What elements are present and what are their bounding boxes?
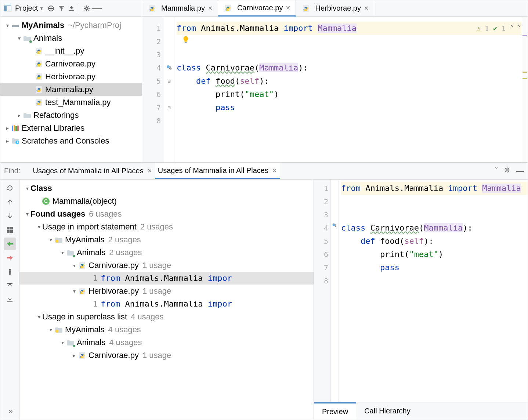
results-usage-line[interactable]: 1 from Animals.Mammalia impor (19, 272, 314, 285)
close-icon[interactable]: ✕ (147, 167, 152, 174)
results-dir[interactable]: ▾ Animals 4 usages (19, 336, 314, 349)
settings-icon[interactable] (503, 166, 511, 176)
chevron-down-icon[interactable]: ▾ (36, 314, 42, 320)
chevron-up-icon[interactable]: ˄ (510, 22, 513, 35)
chevron-right-icon[interactable]: ▸ (4, 138, 11, 144)
preview-gutter-icons (331, 180, 339, 402)
fold-icon[interactable]: ⊟ (164, 75, 174, 88)
chevron-right-icon[interactable]: ▸ (16, 112, 22, 118)
tab-herbivorae[interactable]: Herbivorae.py ✕ (296, 0, 374, 16)
svg-rect-26 (7, 227, 10, 229)
intention-bulb-icon[interactable] (182, 36, 190, 44)
tree-dir-refactorings[interactable]: ▸ Refactorings (0, 109, 142, 122)
editor-tabs: Mammalia.py ✕ Carnivorae.py ✕ Herbivorae… (142, 0, 528, 17)
fold-icon[interactable]: ⊟ (164, 101, 174, 114)
close-icon[interactable]: ✕ (364, 5, 369, 12)
chevron-down-icon[interactable]: ▾ (4, 22, 11, 28)
chevron-right-icon[interactable]: ▸ (71, 352, 77, 358)
results-project[interactable]: ▾ MyAnimals 2 usages (19, 233, 314, 246)
results-category-import[interactable]: ▾ Usage in import statement 2 usages (19, 220, 314, 233)
python-file-icon (148, 4, 156, 12)
hide-icon[interactable]: — (93, 4, 101, 13)
tab-mammalia[interactable]: Mammalia.py ✕ (142, 0, 218, 16)
find-label: Find: (4, 167, 20, 175)
tree-file-carnivorae[interactable]: Carnivorae.py (0, 57, 142, 70)
project-tree[interactable]: ▾ ▬ MyAnimals ~/PycharmProj ▾ Animals __… (0, 17, 142, 162)
close-icon[interactable]: ✕ (272, 167, 277, 174)
svg-point-9 (86, 7, 88, 10)
import-icon[interactable] (4, 251, 16, 264)
override-marker-icon[interactable] (331, 219, 339, 232)
inspections-widget[interactable]: ⚠1 ✔1 ˄ ˅ (477, 22, 521, 35)
tree-scratches[interactable]: ▸ Scratches and Consoles (0, 134, 142, 147)
close-icon[interactable]: ✕ (208, 5, 213, 12)
rerun-icon[interactable] (4, 182, 16, 194)
more-icon[interactable]: » (4, 405, 17, 417)
project-view-icon (3, 4, 12, 13)
project-view-selector[interactable]: Project ▼ (14, 4, 45, 12)
tree-dir-animals[interactable]: ▾ Animals (0, 32, 142, 44)
hide-icon[interactable]: — (516, 166, 524, 176)
results-usage-line[interactable]: 1 from Animals.Mammalia impor (19, 297, 314, 310)
tree-root[interactable]: ▾ ▬ MyAnimals ~/PycharmProj (0, 19, 142, 32)
close-icon[interactable]: ✕ (286, 4, 290, 11)
collapse-all-icon[interactable] (4, 293, 16, 306)
chevron-down-icon[interactable]: ▾ (24, 211, 30, 217)
find-tab-1[interactable]: Usages of Mammalia in All Places ✕ (30, 163, 155, 179)
select-opened-file-icon[interactable] (47, 4, 55, 13)
results-project[interactable]: ▾ MyAnimals 4 usages (19, 323, 314, 336)
preview-code[interactable]: from Animals.Mammalia import Mammalia cl… (339, 180, 528, 402)
tree-file-herbivorae[interactable]: Herbivorae.py (0, 70, 142, 83)
scratches-label: Scratches and Consoles (22, 136, 109, 146)
tree-external-libraries[interactable]: ▸ External Libraries (0, 122, 142, 134)
project-title: Project (15, 4, 38, 12)
chevron-down-icon[interactable]: ▾ (16, 35, 22, 41)
preview-tab-hierarchy[interactable]: Call Hierarchy (356, 402, 419, 420)
prev-icon[interactable] (4, 196, 16, 208)
results-class-header[interactable]: ▾ Class (19, 182, 314, 195)
chevron-right-icon[interactable]: ▸ (4, 125, 11, 131)
chevron-down-icon[interactable]: ▾ (71, 262, 77, 268)
results-file-carn[interactable]: ▾ Carnivorae.py 1 usage (19, 259, 314, 272)
svg-point-25 (506, 169, 508, 171)
results-file-herb[interactable]: ▾ Herbivorae.py 1 usage (19, 285, 314, 297)
python-file-icon (35, 60, 43, 68)
expand-all-icon[interactable] (4, 279, 16, 292)
chevron-down-icon[interactable]: ▾ (59, 340, 66, 345)
project-location: ~/PycharmProj (68, 21, 121, 30)
preview-editor[interactable]: 12345678 from Animals.Mammalia import Ma… (314, 180, 528, 402)
chevron-down-icon[interactable]: ˅ (495, 166, 498, 176)
results-found-header[interactable]: ▾ Found usages 6 usages (19, 207, 314, 220)
next-icon[interactable] (4, 210, 16, 222)
results-class-item[interactable]: C Mammalia(object) (19, 195, 314, 207)
group-by-icon[interactable] (4, 224, 16, 236)
find-results-tree[interactable]: ▾ Class C Mammalia(object) ▾ Found usage… (19, 180, 314, 420)
chevron-down-icon[interactable]: ▾ (47, 237, 54, 243)
results-dir[interactable]: ▾ Animals 2 usages (19, 246, 314, 259)
chevron-down-icon[interactable]: ▾ (59, 250, 66, 256)
chevron-down-icon[interactable]: ˅ (518, 22, 521, 35)
find-tab-2[interactable]: Usages of Mammalia in All Places ✕ (155, 163, 280, 179)
preview-tab-preview[interactable]: Preview (314, 402, 356, 420)
results-category-superclass[interactable]: ▾ Usage in superclass list 4 usages (19, 310, 314, 323)
export-icon[interactable] (4, 238, 16, 250)
collapse-all-icon[interactable] (67, 4, 76, 13)
tree-file-init[interactable]: __init__.py (0, 44, 142, 57)
svg-rect-16 (14, 125, 15, 131)
chevron-down-icon[interactable]: ▾ (47, 327, 54, 333)
editor-scrollbar[interactable] (522, 17, 528, 162)
code-content[interactable]: from Animals.Mammalia import Mammalia cl… (174, 17, 528, 162)
results-file-carn2[interactable]: ▸ Carnivorae.py 1 usage (19, 349, 314, 362)
info-icon[interactable] (4, 265, 16, 278)
override-marker-icon[interactable] (164, 61, 174, 75)
tab-label: Carnivorae.py (237, 4, 283, 12)
tree-file-mammalia[interactable]: Mammalia.py (0, 83, 142, 96)
chevron-down-icon[interactable]: ▾ (71, 288, 77, 294)
chevron-down-icon[interactable]: ▾ (24, 185, 30, 191)
tree-file-test[interactable]: test_Mammalia.py (0, 96, 142, 109)
chevron-down-icon[interactable]: ▾ (36, 224, 42, 230)
settings-icon[interactable] (82, 4, 91, 13)
code-editor[interactable]: 12345678 ⊟⊟ from Animals.Mammalia import… (142, 17, 528, 162)
expand-all-icon[interactable] (57, 4, 66, 13)
tab-carnivorae[interactable]: Carnivorae.py ✕ (218, 0, 296, 17)
